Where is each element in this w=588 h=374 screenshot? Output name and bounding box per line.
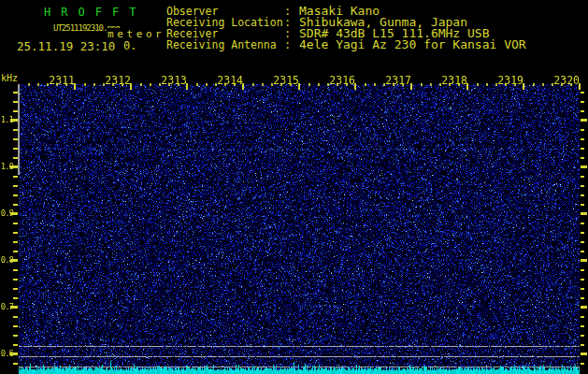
time-tick-label: 2314 xyxy=(215,74,243,87)
freq-minor-tick-right xyxy=(581,297,584,299)
time-minor-tick xyxy=(206,83,208,86)
time-tick-label: 2313 xyxy=(159,74,187,87)
time-minor-tick xyxy=(103,83,105,86)
info-value-antenna: 4ele Yagi Az 230 for Kansai VOR xyxy=(299,37,526,51)
time-major-tick xyxy=(354,83,356,90)
time-minor-tick xyxy=(56,83,58,86)
freq-axis-unit-label: kHz xyxy=(1,73,18,83)
freq-minor-tick-right xyxy=(581,129,584,131)
freq-minor-tick-right xyxy=(581,269,584,271)
time-minor-tick xyxy=(533,83,535,86)
freq-minor-tick xyxy=(13,110,18,112)
freq-major-tick xyxy=(10,165,18,168)
time-minor-tick xyxy=(290,83,292,86)
freq-major-tick-right xyxy=(581,259,587,262)
time-minor-tick xyxy=(308,83,310,86)
freq-minor-tick-right xyxy=(581,185,584,187)
freq-minor-tick-right xyxy=(581,223,584,224)
time-tick-label: 2316 xyxy=(327,74,355,87)
time-minor-tick xyxy=(486,83,488,86)
time-minor-tick xyxy=(327,83,329,86)
freq-minor-tick xyxy=(13,279,18,280)
freq-major-tick xyxy=(10,212,18,215)
freq-minor-tick-right xyxy=(581,148,584,150)
spectrogram xyxy=(19,84,580,374)
time-tick-label: 2317 xyxy=(383,74,411,87)
time-minor-tick xyxy=(159,83,161,86)
time-minor-tick xyxy=(150,83,151,86)
freq-minor-tick xyxy=(13,185,18,187)
freq-minor-tick xyxy=(13,241,18,243)
datetime-label: 25.11.19 23:10 xyxy=(17,39,115,53)
time-minor-tick xyxy=(542,83,544,86)
freq-major-tick-right xyxy=(581,212,587,215)
time-major-tick xyxy=(298,83,300,90)
freq-minor-tick xyxy=(13,232,18,234)
freq-minor-tick-right xyxy=(581,335,584,337)
time-tick-label: 2319 xyxy=(495,74,523,87)
time-major-tick xyxy=(579,83,581,90)
freq-major-tick-right xyxy=(581,352,587,355)
freq-minor-tick xyxy=(13,325,18,327)
freq-major-tick xyxy=(10,352,18,355)
freq-minor-tick-right xyxy=(581,251,584,252)
freq-minor-tick xyxy=(13,138,18,140)
time-minor-tick xyxy=(271,83,273,86)
time-major-tick xyxy=(74,83,76,90)
freq-major-tick-right xyxy=(581,165,587,168)
time-minor-tick xyxy=(140,83,142,86)
time-minor-tick xyxy=(477,83,479,86)
freq-minor-tick-right xyxy=(581,92,584,94)
time-minor-tick xyxy=(47,83,49,86)
freq-minor-tick-right xyxy=(581,138,584,140)
time-minor-tick xyxy=(318,83,320,86)
freq-minor-tick xyxy=(13,129,18,131)
freq-major-tick xyxy=(10,119,18,122)
time-major-tick xyxy=(410,83,412,90)
time-minor-tick xyxy=(393,83,394,86)
freq-minor-tick xyxy=(13,251,18,252)
time-minor-tick xyxy=(280,83,282,86)
freq-minor-tick xyxy=(13,363,18,365)
freq-minor-tick xyxy=(13,176,18,178)
freq-minor-tick-right xyxy=(581,325,584,327)
freq-minor-tick xyxy=(13,92,18,94)
freq-minor-tick-right xyxy=(581,363,584,365)
time-tick-label: 2318 xyxy=(439,74,467,87)
time-minor-tick xyxy=(337,83,338,86)
freq-minor-tick xyxy=(13,288,18,290)
time-tick-label: 2315 xyxy=(271,74,299,87)
time-minor-tick xyxy=(421,83,423,86)
freq-minor-tick xyxy=(13,223,18,224)
time-tick-label: 2312 xyxy=(103,74,131,87)
time-major-tick xyxy=(242,83,244,90)
freq-minor-tick xyxy=(13,194,18,196)
time-minor-tick xyxy=(402,83,404,86)
time-minor-tick xyxy=(514,83,516,86)
time-minor-tick xyxy=(65,83,67,86)
time-minor-tick xyxy=(439,83,441,86)
freq-minor-tick-right xyxy=(581,279,584,280)
freq-minor-tick xyxy=(13,204,18,206)
freq-major-tick xyxy=(10,306,18,309)
time-minor-tick xyxy=(252,83,254,86)
time-minor-tick xyxy=(28,83,30,86)
time-minor-tick xyxy=(122,83,123,86)
freq-major-tick-right xyxy=(581,306,587,309)
freq-minor-tick xyxy=(13,344,18,346)
freq-minor-tick xyxy=(13,297,18,299)
hrofft-window: H R O F F T UT2511192310.png meteor 25.1… xyxy=(0,0,588,374)
time-minor-tick xyxy=(449,83,451,86)
time-major-tick xyxy=(466,83,468,90)
freq-minor-tick xyxy=(13,157,18,159)
freq-minor-tick-right xyxy=(581,176,584,178)
time-minor-tick xyxy=(224,83,226,86)
time-minor-tick xyxy=(430,83,432,86)
freq-minor-tick-right xyxy=(581,110,584,112)
colon: : xyxy=(284,38,291,51)
freq-minor-tick-right xyxy=(581,101,584,103)
freq-minor-tick-right xyxy=(581,232,584,234)
app-title: H R O F F T xyxy=(44,6,137,19)
time-minor-tick xyxy=(215,83,217,86)
freq-minor-tick-right xyxy=(581,288,584,290)
